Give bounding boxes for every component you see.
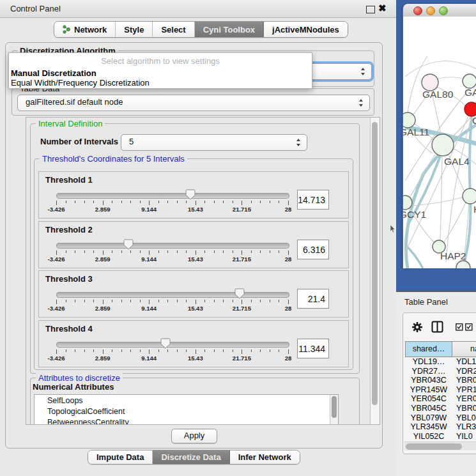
threshold-value-field[interactable]: 6.316 [297,240,329,259]
tab-cyni-toolbox[interactable]: Cyni Toolbox [195,22,264,37]
table-row[interactable]: YDR27…YDR2 [405,367,476,376]
slider-tick [204,201,205,203]
table-hscrollbar-thumb[interactable] [406,443,462,450]
network-canvas[interactable]: GAL80GALCGAL11GAL4GCY1HHAP2 [403,17,476,268]
slider-tick [233,300,233,302]
attribute-item-selfloops[interactable]: SelfLoops [35,395,338,406]
slider-tick [84,250,85,253]
thresholds-title: Threshold's Coordinates for 5 Intervals [40,154,187,164]
slider-track[interactable] [56,292,289,298]
threshold-value-field[interactable]: 11.344 [297,339,329,358]
table-row[interactable]: YPR145WYPR1 [405,385,476,395]
tick-label: 9.144 [133,305,165,312]
threshold-value-field[interactable]: 14.713 [297,190,329,210]
network-node-gal4[interactable] [432,134,454,156]
bottom-tab-discretize-data[interactable]: Discretize Data [153,450,229,464]
slider-tick [279,201,279,203]
attribute-item-topologicalcoefficient[interactable]: TopologicalCoefficient [35,406,338,417]
cell-name: YBR0 [456,376,476,385]
main-scrollbar[interactable] [370,118,380,424]
algorithm-option-manual-discretization[interactable]: Manual Discretization [11,68,96,78]
checkbox-pair-icon[interactable] [456,323,473,331]
tab-select[interactable]: Select [153,22,194,37]
slider-track[interactable] [56,342,289,348]
slider-tick [167,201,168,203]
slider-tick [186,201,187,203]
column-header-name[interactable]: na [452,341,476,357]
network-edge[interactable] [440,157,442,240]
network-window-titlebar[interactable] [403,4,476,17]
slider-tick [93,201,94,203]
cell-shared-name: YDL19… [405,357,452,366]
slider-thumb[interactable] [123,239,134,250]
network-edge[interactable] [438,77,463,79]
attribute-items: SelfLoopsTopologicalCoefficientBetweenne… [35,395,338,425]
network-edge[interactable] [444,203,466,242]
table-row[interactable]: YBR043CYBR0 [405,376,476,385]
num-intervals-spinner[interactable]: 5 [121,134,307,151]
slider-thumb[interactable] [185,189,196,200]
slider-tick [260,300,261,302]
bottom-tab-infer-network[interactable]: Infer Network [230,450,300,464]
algorithm-option-equal-width-frequency-discretization[interactable]: Equal Width/Frequency Discretization [11,78,150,88]
table-row[interactable]: YBR045CYBR0 [405,404,476,413]
close-panel-icon[interactable]: ✖ [378,3,387,14]
threshold-label: Threshold 4 [45,324,93,334]
slider-tick [167,349,168,352]
table-row[interactable]: YER054CYER0 [405,394,476,404]
node-label: GAL4 [444,156,470,167]
attributes-scrollbar[interactable] [330,395,338,424]
table-row[interactable]: YDL19…YDL1 [405,357,476,367]
float-panel-icon[interactable] [366,6,375,13]
slider-tick [167,250,168,253]
slider-tick [121,300,122,302]
network-node[interactable] [456,261,470,268]
network-graph[interactable]: GAL80GALCGAL11GAL4GCY1HHAP2 [403,17,476,268]
slider-tick [288,250,289,255]
tab-jactivemnodules[interactable]: jActiveMNodules [264,22,348,37]
threshold-value-field[interactable]: 21.4 [297,289,329,309]
attributes-scrollbar-thumb[interactable] [332,396,337,418]
tab-network[interactable]: Network [54,22,116,37]
tab-style[interactable]: Style [116,22,153,37]
main-scrollbar-thumb[interactable] [372,122,378,405]
zoom-traffic-light[interactable] [439,6,448,15]
slider-tick [130,349,131,352]
slider-tick [112,300,112,302]
slider-tick [75,201,75,203]
slider-tick [279,300,279,302]
network-node-gal[interactable] [463,74,476,88]
network-edge[interactable] [405,61,476,77]
slider-tick [251,349,252,352]
slider-thumb[interactable] [160,338,171,349]
slider-tick [204,349,205,352]
network-node-c[interactable] [464,102,476,116]
table-row[interactable]: YLR345WYLR3 [405,422,476,432]
split-columns-icon[interactable] [431,321,443,333]
slider-tick [66,201,66,203]
table-data-combo[interactable]: galFiltered.sif default node [17,95,370,111]
bottom-tab-impute-data[interactable]: Impute Data [88,450,153,464]
table-row[interactable]: YBL079WYBL0 [405,413,476,423]
network-node-h[interactable] [463,188,476,204]
close-traffic-light[interactable] [413,6,422,15]
attribute-item-betweennesscentrality[interactable]: BetweennessCentrality [35,417,338,425]
network-node-gal11[interactable] [403,112,415,128]
numerical-attributes-list[interactable]: SelfLoopsTopologicalCoefficientBetweenne… [34,394,339,425]
tick-label: 2.859 [87,206,119,213]
threshold-row-4: Threshold 4-3.4262.8599.14415.4321.71528… [38,320,349,367]
network-view-window[interactable]: GAL80GALCGAL11GAL4GCY1HHAP2 [403,4,476,268]
table-hscrollbar[interactable] [404,441,476,450]
node-label: GAL11 [403,127,429,137]
apply-button[interactable]: Apply [171,429,217,443]
gear-icon[interactable] [411,321,423,333]
slider-tick [140,300,141,302]
minimize-traffic-light[interactable] [426,6,435,15]
slider-thumb[interactable] [234,288,245,299]
slider-track[interactable] [56,193,289,199]
slider-track[interactable] [56,243,289,249]
slider-tick [121,349,122,352]
table-browser: shared… na YDL19…YDL1YDR27…YDR2YBR043CYB… [403,312,476,454]
column-header-shared-name[interactable]: shared… [405,341,452,357]
table-row[interactable]: YIL052CYIL0 [405,432,476,441]
